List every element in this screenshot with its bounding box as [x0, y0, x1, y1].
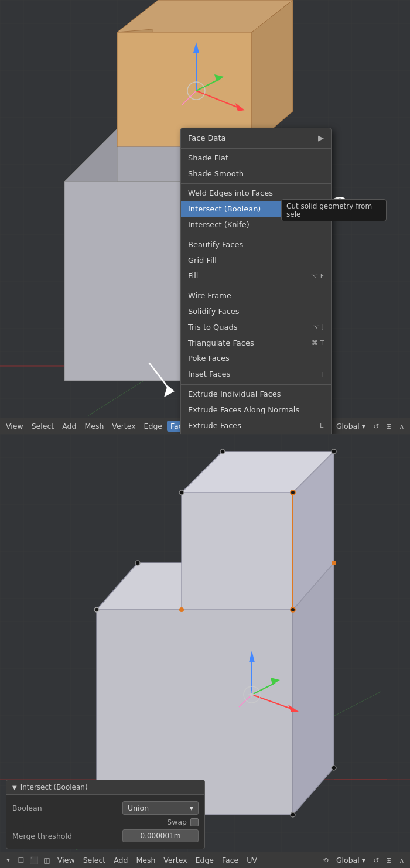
toolbar-item-mesh[interactable]: Mesh: [81, 421, 107, 432]
bottom-snap-icon[interactable]: ⊞: [383, 855, 395, 866]
svg-point-41: [291, 812, 295, 817]
dropdown-arrow: ▾: [190, 804, 193, 812]
menu-item-face-data[interactable]: Face Data ▶: [181, 131, 331, 146]
menu-item-triangulate-faces[interactable]: Triangulate Faces ⌘ T: [181, 336, 331, 351]
swap-checkbox-row: Swap: [167, 818, 199, 826]
bottom-toolbar-view[interactable]: View: [54, 855, 78, 866]
fill-shortcut: ⌥ F: [311, 271, 324, 282]
snap-icon[interactable]: ⊞: [383, 421, 395, 432]
svg-point-35: [179, 607, 184, 612]
bottom-global-dropdown[interactable]: Global ▾: [333, 855, 369, 866]
menu-item-extrude-individual[interactable]: Extrude Individual Faces: [181, 387, 331, 402]
intersect-panel-title: Intersect (Boolean): [20, 783, 88, 791]
pivot-icon[interactable]: ↺: [370, 421, 382, 432]
top-viewport: Face Data ▶ Shade Flat Shade Smooth Weld…: [0, 0, 410, 434]
toolbar-item-view[interactable]: View: [2, 421, 27, 432]
menu-item-extrude-normals[interactable]: Extrude Faces Along Normals: [181, 402, 331, 418]
extrude-shortcut: E: [320, 421, 324, 431]
bottom-toolbar-uv[interactable]: UV: [243, 855, 261, 866]
merge-threshold-value[interactable]: 0.000001m: [122, 829, 199, 842]
toolbar-item-add[interactable]: Add: [59, 421, 80, 432]
proportional-icon[interactable]: ∧: [396, 421, 408, 432]
menu-item-solidify-faces[interactable]: Solidify Faces: [181, 304, 331, 320]
bottom-transform-icon: ⟲: [320, 855, 332, 866]
svg-point-44: [332, 449, 336, 454]
menu-item-shade-smooth[interactable]: Shade Smooth: [181, 166, 331, 182]
bottom-toolbar-face[interactable]: Face: [218, 855, 242, 866]
collapse-triangle[interactable]: ▼: [12, 784, 17, 791]
global-dropdown[interactable]: Global ▾: [333, 421, 369, 432]
toolbar-item-edge[interactable]: Edge: [141, 421, 166, 432]
tris-shortcut: ⌥ J: [313, 322, 324, 333]
bottom-toolbar-add[interactable]: Add: [110, 855, 131, 866]
boolean-row: Boolean Union ▾: [12, 801, 199, 815]
boolean-dropdown[interactable]: Union ▾: [122, 801, 199, 815]
swap-label: Swap: [167, 818, 187, 826]
bottom-toolbar: ▾ ☐ ⬛ ◫ View Select Add Mesh Vertex Edge…: [0, 852, 410, 868]
bottom-pivot-icon[interactable]: ↺: [370, 855, 382, 866]
menu-separator-5: [181, 384, 331, 385]
merge-threshold-row: Merge threshold 0.000001m: [12, 829, 199, 842]
svg-point-42: [332, 766, 336, 770]
toolbar-item-select[interactable]: Select: [28, 421, 58, 432]
menu-item-extrude-faces[interactable]: Extrude Faces E: [181, 418, 331, 434]
bottom-toolbar-edge[interactable]: Edge: [192, 855, 217, 866]
mode-icon-1[interactable]: ▾: [2, 855, 14, 866]
mode-icon-4[interactable]: ◫: [41, 855, 53, 866]
menu-item-poke-faces[interactable]: Poke Faces: [181, 351, 331, 367]
svg-point-36: [291, 490, 295, 495]
context-menu: Face Data ▶ Shade Flat Shade Smooth Weld…: [180, 128, 332, 434]
bottom-toolbar-select[interactable]: Select: [80, 855, 110, 866]
boolean-label: Boolean: [12, 804, 77, 812]
merge-threshold-label: Merge threshold: [12, 832, 77, 840]
svg-point-37: [332, 561, 336, 565]
mode-icon-3[interactable]: ⬛: [28, 855, 40, 866]
menu-separator-1: [181, 148, 331, 149]
swap-checkbox[interactable]: [190, 818, 199, 826]
intersect-panel-body: Boolean Union ▾ Swap Merge threshold 0.0…: [6, 795, 204, 849]
mode-icon-2[interactable]: ☐: [15, 855, 27, 866]
svg-point-45: [179, 490, 184, 495]
svg-marker-31: [182, 493, 293, 610]
svg-point-43: [220, 449, 225, 454]
menu-item-inset-faces[interactable]: Inset Faces I: [181, 367, 331, 382]
inset-shortcut: I: [322, 370, 324, 380]
menu-item-tris-to-quads[interactable]: Tris to Quads ⌥ J: [181, 320, 331, 336]
menu-item-shade-flat[interactable]: Shade Flat: [181, 151, 331, 166]
submenu-arrow: ▶: [318, 132, 324, 145]
menu-item-wire-frame[interactable]: Wire Frame: [181, 288, 331, 304]
bottom-toolbar-vertex[interactable]: Vertex: [160, 855, 190, 866]
svg-point-39: [291, 607, 295, 612]
menu-item-beautify-faces[interactable]: Beautify Faces: [181, 237, 331, 253]
swap-row: Swap: [12, 818, 199, 826]
svg-point-46: [135, 561, 140, 565]
bottom-proportional-icon[interactable]: ∧: [396, 855, 408, 866]
toolbar-item-vertex[interactable]: Vertex: [108, 421, 139, 432]
boolean-value: Union: [128, 804, 149, 812]
intersect-panel-header: ▼ Intersect (Boolean): [6, 780, 204, 795]
svg-point-38: [94, 607, 99, 612]
menu-item-grid-fill[interactable]: Grid Fill: [181, 253, 331, 269]
intersect-boolean-panel: ▼ Intersect (Boolean) Boolean Union ▾ Sw…: [6, 780, 205, 849]
menu-item-fill[interactable]: Fill ⌥ F: [181, 268, 331, 284]
menu-separator-3: [181, 235, 331, 235]
bottom-viewport: ▼ Intersect (Boolean) Boolean Union ▾ Sw…: [0, 434, 410, 868]
tooltip: Cut solid geometry from sele: [281, 199, 387, 221]
triangulate-shortcut: ⌘ T: [312, 338, 324, 348]
menu-separator-2: [181, 183, 331, 184]
svg-marker-23: [164, 385, 175, 397]
menu-separator-4: [181, 286, 331, 286]
bottom-toolbar-mesh[interactable]: Mesh: [132, 855, 159, 866]
